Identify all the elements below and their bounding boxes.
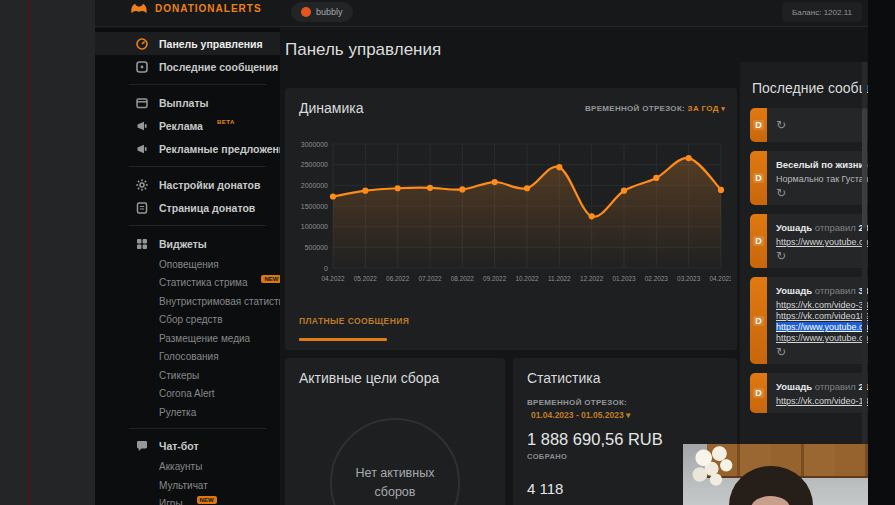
- sidebar-item-label: Виджеты: [159, 238, 207, 250]
- webcam-overlay: [683, 444, 868, 505]
- svg-text:12.2022: 12.2022: [580, 275, 604, 282]
- svg-text:3000000: 3000000: [301, 141, 328, 148]
- sidebar-item-реклама[interactable]: РекламаBETA: [95, 114, 280, 137]
- sidebar-item-настройки-донатов[interactable]: Настройки донатов: [95, 173, 280, 196]
- message-card: DВеселый по жизни отправил Нормально так…: [750, 151, 868, 205]
- donationalerts-d-icon: D: [750, 108, 767, 142]
- sidebar-divider: [129, 166, 266, 167]
- period-value[interactable]: ЗА ГОД: [688, 104, 719, 113]
- recent-messages-title: Последние сообщения: [752, 80, 868, 96]
- webcam-flowers: [689, 446, 739, 487]
- dynamics-period-selector[interactable]: ВРЕМЕННОЙ ОТРЕЗОК: ЗА ГОД ▾: [585, 104, 725, 113]
- message-content: Уошадь отправил 300https://vk.com/video-…: [776, 285, 868, 358]
- sidebar-item-label: Оповещения: [159, 259, 219, 270]
- message-header: Уошадь отправил 210: [776, 381, 868, 392]
- sidebar-item-стикеры[interactable]: Стикеры: [95, 366, 280, 385]
- refresh-icon[interactable]: ↻: [776, 119, 868, 131]
- message-link[interactable]: https://vk.com/video-18: [776, 396, 868, 406]
- sidebar-item-label: Последние сообщения: [159, 61, 278, 73]
- sidebar-item-чат-бот[interactable]: Чат-бот: [95, 435, 280, 458]
- svg-text:06.2022: 06.2022: [386, 275, 410, 282]
- sidebar: Панель управленияПоследние сообщенияВыпл…: [95, 28, 280, 505]
- donationalerts-logo-icon: [129, 2, 149, 15]
- chatbot-icon: [135, 439, 149, 453]
- svg-text:0: 0: [324, 265, 328, 272]
- svg-text:2000000: 2000000: [301, 182, 328, 189]
- widgets-icon: [135, 237, 149, 251]
- refresh-icon[interactable]: ↻: [776, 250, 868, 262]
- backdrop-accent-line: [28, 0, 30, 505]
- donationalerts-d-icon: D: [750, 151, 767, 205]
- messages-list: D↻DВеселый по жизни отправил Нормально т…: [750, 108, 868, 422]
- message-content: Веселый по жизни отправил Нормально так …: [776, 159, 868, 199]
- badge-new: NEW: [197, 496, 217, 504]
- donationalerts-logo[interactable]: DONATIONALERTS: [129, 2, 262, 15]
- stats-amount-label: СОБРАНО: [527, 452, 567, 461]
- sidebar-item-последние-сообщения[interactable]: Последние сообщения: [95, 55, 280, 78]
- message-header: Уошадь отправил 200: [776, 222, 868, 233]
- sidebar-item-рулетка[interactable]: Рулетка: [95, 403, 280, 422]
- stats-title: Статистика: [527, 370, 601, 386]
- dashboard-icon: [135, 37, 149, 51]
- message-link[interactable]: https://vk.com/video-33: [776, 300, 868, 310]
- dynamics-chart[interactable]: 0500000100000015000002000000250000030000…: [293, 136, 731, 298]
- sidebar-item-label: Настройки донатов: [159, 179, 260, 191]
- sidebar-item-label: Чат-бот: [159, 440, 199, 452]
- stats-period-label: ВРЕМЕННОЙ ОТРЕЗОК:: [527, 398, 627, 407]
- stats-period-value[interactable]: 01.04.2023 - 01.05.2023 ▾: [531, 410, 630, 420]
- logo-text: DONATIONALERTS: [155, 3, 262, 14]
- sidebar-item-аккаунты[interactable]: Аккаунты: [95, 458, 280, 477]
- sidebar-item-размещение-медиа[interactable]: Размещение медиа: [95, 329, 280, 348]
- sidebar-divider: [129, 428, 266, 429]
- sidebar-item-label: Размещение медиа: [159, 333, 250, 344]
- sidebar-item-выплаты[interactable]: Выплаты: [95, 91, 280, 114]
- svg-text:03.2023: 03.2023: [677, 275, 701, 282]
- sidebar-item-внутристримовая-статистика[interactable]: Внутристримовая статистика: [95, 292, 280, 311]
- sidebar-item-сбор-средств[interactable]: Сбор средств: [95, 311, 280, 330]
- message-link[interactable]: https://www.youtube.co: [776, 322, 868, 332]
- message-author: Уошадь: [776, 381, 812, 392]
- sidebar-item-панель-управления[interactable]: Панель управления: [95, 32, 280, 55]
- balance-text: Баланс: 1202.11: [792, 8, 852, 17]
- messages-icon: [135, 60, 149, 74]
- message-link[interactable]: https://www.youtube.co: [776, 237, 868, 247]
- top-bar: DONATIONALERTS bubbly Баланс: 1202.11: [95, 0, 868, 27]
- message-header: Уошадь отправил 300: [776, 285, 868, 296]
- message-link[interactable]: https://vk.com/video189: [776, 311, 868, 321]
- sidebar-item-оповещения[interactable]: Оповещения: [95, 255, 280, 274]
- svg-text:11.2022: 11.2022: [548, 275, 571, 282]
- ads-icon: [135, 119, 149, 133]
- sidebar-item-corona-alert[interactable]: Corona Alert: [95, 385, 280, 404]
- user-chip[interactable]: bubbly: [291, 2, 353, 22]
- message-header: Веселый по жизни отправил: [776, 159, 868, 170]
- payouts-icon: [135, 96, 149, 110]
- sidebar-item-игры[interactable]: ИгрыNEW: [95, 495, 280, 505]
- scrollbar-track[interactable]: [862, 62, 867, 505]
- sidebar-item-label: Рекламные предложения: [159, 143, 280, 155]
- message-author: Уошадь: [776, 222, 812, 233]
- settings-icon: [135, 178, 149, 192]
- sidebar-item-label: Страница донатов: [159, 202, 255, 214]
- sidebar-item-статистика-стрима[interactable]: Статистика стримаNEW: [95, 274, 280, 293]
- refresh-icon[interactable]: ↻: [776, 187, 868, 199]
- sidebar-item-label: Рулетка: [159, 407, 196, 418]
- sidebar-item-виджеты[interactable]: Виджеты: [95, 232, 280, 255]
- sidebar-item-страница-донатов[interactable]: Страница донатов: [95, 196, 280, 219]
- app-window: DONATIONALERTS bubbly Баланс: 1202.11 Па…: [95, 0, 868, 505]
- sidebar-item-рекламные-предложения[interactable]: Рекламные предложения: [95, 137, 280, 160]
- sidebar-item-label: Игры: [159, 498, 183, 505]
- sidebar-item-label: Выплаты: [159, 97, 209, 109]
- chevron-down-icon: ▾: [721, 105, 725, 112]
- message-link[interactable]: https://www.youtube.co: [776, 333, 868, 343]
- sidebar-item-голосования[interactable]: Голосования: [95, 348, 280, 367]
- svg-text:1000000: 1000000: [301, 223, 328, 230]
- sidebar-item-мультичат[interactable]: Мультичат: [95, 476, 280, 495]
- balance-box[interactable]: Баланс: 1202.11: [782, 2, 862, 22]
- badge-beta: BETA: [217, 119, 235, 125]
- refresh-icon[interactable]: ↻: [776, 346, 868, 358]
- sidebar-item-label: Панель управления: [159, 38, 263, 50]
- scrollbar-thumb[interactable]: [862, 108, 867, 228]
- tab-paid-messages[interactable]: ПЛАТНЫЕ СООБЩЕНИЯ: [299, 316, 409, 326]
- sidebar-item-label: Стикеры: [159, 370, 199, 381]
- message-action: отправил: [812, 285, 858, 296]
